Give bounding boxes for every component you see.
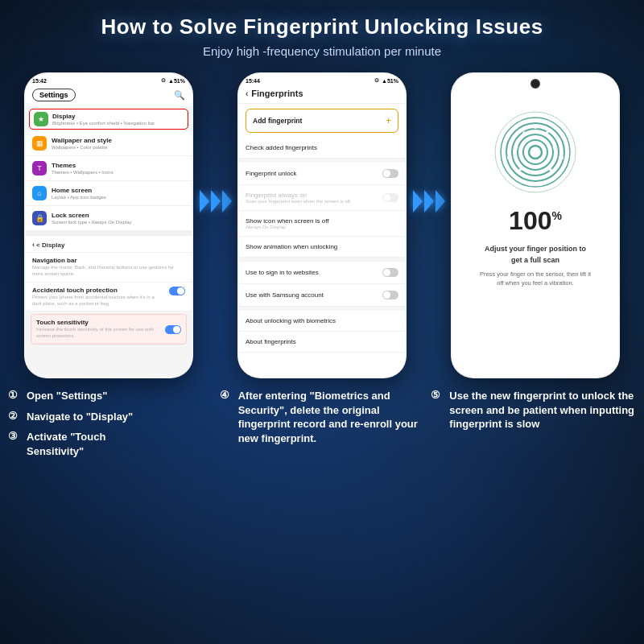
phone2-mockup: 15:44 ⊙ ▲51% ‹ Fingerprints Add fingerpr… xyxy=(237,72,407,378)
p2-fp-always-label: Fingerprint always on xyxy=(246,192,350,199)
p1-lock-item: 🔒 Lock screen Screen lock type • Always … xyxy=(26,206,192,231)
p3-status-bar xyxy=(452,74,618,92)
step5: ⑤ Use the new fingerprint to unlock the … xyxy=(431,389,636,431)
arrow2-container xyxy=(407,190,451,261)
p3-fp-container: 100% Adjust your finger position toget a… xyxy=(452,92,618,295)
p1-home-icon: ⌂ xyxy=(32,186,47,200)
p1-display-section: ‹ < Display xyxy=(26,236,192,253)
p1-wallpaper-text: Wallpaper and style Wallpapers • Color p… xyxy=(52,137,185,150)
steps-col3: ⑤ Use the new fingerprint to unlock the … xyxy=(431,389,636,464)
p1-home-text: Home screen Layout • App icon badges xyxy=(52,187,185,200)
p2-samsung-toggle[interactable] xyxy=(382,291,398,299)
step3-number: ③ xyxy=(8,430,23,444)
steps-col2: ④ After entering "Biometrics and Securit… xyxy=(220,389,425,464)
svg-line-10 xyxy=(553,147,555,148)
p3-sub-instruction: Press your finger on the sensor, then li… xyxy=(480,270,591,287)
phone1-screen: 15:42 ⊙ ▲51% Settings 🔍 ★ Di xyxy=(26,74,192,377)
p2-about-fp-item: About fingerprints xyxy=(239,332,405,353)
p1-display-header-text: < Display xyxy=(36,242,64,249)
p1-accidental-item: Accidental touch protection Protect your… xyxy=(26,283,192,312)
p1-search-icon: 🔍 xyxy=(174,90,185,101)
arrow1-chevron3 xyxy=(222,190,232,213)
svg-point-4 xyxy=(512,129,559,175)
header: How to Solve Fingerprint Unlocking Issue… xyxy=(0,0,644,64)
p2-add-btn[interactable]: Add fingerprint + xyxy=(246,109,398,133)
p1-title-bar: Settings 🔍 xyxy=(26,85,192,106)
p2-animation-label: Show animation when unlocking xyxy=(246,243,337,250)
svg-line-11 xyxy=(515,147,518,148)
p1-signal: ▲51% xyxy=(168,78,185,84)
svg-line-9 xyxy=(523,132,526,135)
p1-lock-text: Lock screen Screen lock type • Always On… xyxy=(52,212,185,225)
p2-fp-always-toggle xyxy=(382,193,398,202)
p2-title-bar: ‹ Fingerprints xyxy=(239,85,405,104)
p2-fp-always-sub: Scan your fingerprint even when the scre… xyxy=(246,199,350,204)
step5-text: Use the new fingerprint to unlock the sc… xyxy=(449,389,636,431)
p1-camera-icon: ⊙ xyxy=(161,77,166,84)
p2-fp-unlock-toggle[interactable] xyxy=(382,169,398,178)
arrow2-chevron1 xyxy=(413,190,423,213)
p2-page-title: Fingerprints xyxy=(251,89,303,98)
arrow1-triple xyxy=(200,190,232,213)
p2-signin-toggle[interactable] xyxy=(382,268,398,277)
step1: ① Open "Settings" xyxy=(8,389,213,403)
p2-signin-item: Use to sign in to websites xyxy=(239,262,405,284)
p2-fp-always-row: Fingerprint always on Scan your fingerpr… xyxy=(246,192,398,204)
svg-point-5 xyxy=(506,123,564,181)
step1-number: ① xyxy=(8,389,23,402)
p1-nav-bar-item: Navigation bar Manage the Home, Back, an… xyxy=(26,253,192,283)
p2-show-icon-sub: Always On Display xyxy=(246,225,398,229)
step1-text: Open "Settings" xyxy=(27,389,107,403)
svg-point-1 xyxy=(529,146,542,159)
arrow2-chevron2 xyxy=(424,190,434,213)
p1-home-item: ⌂ Home screen Layout • App icon badges xyxy=(26,181,192,206)
step2: ② Navigate to "Display" xyxy=(8,410,213,424)
arrow2-chevron3 xyxy=(436,190,445,213)
p3-instruction: Adjust your finger position toget a full… xyxy=(485,244,586,266)
p2-animation-item: Show animation when unlocking xyxy=(239,237,405,258)
p1-settings-badge: Settings xyxy=(32,89,76,101)
step4-text: After entering "Biometrics and Security"… xyxy=(238,389,425,445)
p1-themes-text: Themes Themes • Wallpapers • Icons xyxy=(52,162,185,175)
step5-number: ⑤ xyxy=(431,389,445,402)
step4-number: ④ xyxy=(220,389,234,402)
p2-about-bio-item: About unlocking with biometrics xyxy=(239,311,405,332)
main-title: How to Solve Fingerprint Unlocking Issue… xyxy=(16,14,628,39)
p3-camera xyxy=(530,79,540,89)
p1-display-item: ★ Display Brightness • Eye comfort shiel… xyxy=(29,109,188,130)
page-wrapper: How to Solve Fingerprint Unlocking Issue… xyxy=(0,0,644,644)
step2-text: Navigate to "Display" xyxy=(27,410,133,424)
phone1-mockup: 15:42 ⊙ ▲51% Settings 🔍 ★ Di xyxy=(24,72,193,378)
p2-about-bio-label: About unlocking with biometrics xyxy=(246,317,336,324)
phone3-mockup: 100% Adjust your finger position toget a… xyxy=(451,72,620,378)
step2-number: ② xyxy=(8,410,23,423)
phones-section: 15:42 ⊙ ▲51% Settings 🔍 ★ Di xyxy=(0,64,644,382)
arrow1-chevron1 xyxy=(200,190,209,213)
touch-toggle[interactable] xyxy=(165,325,181,334)
steps-col1: ① Open "Settings" ② Navigate to "Display… xyxy=(8,389,213,464)
p3-percent-symbol: % xyxy=(551,210,561,223)
p2-add-plus: + xyxy=(386,115,391,126)
svg-line-15 xyxy=(519,167,522,171)
steps-section: ① Open "Settings" ② Navigate to "Display… xyxy=(0,382,644,473)
accidental-toggle[interactable] xyxy=(169,287,185,295)
p2-camera-icon: ⊙ xyxy=(374,77,379,84)
p2-fp-unlock-row: Fingerprint unlock xyxy=(246,169,398,178)
p2-back-icon: ‹ xyxy=(246,89,248,98)
p1-touch-item: Touch sensitivity Increase the touch sen… xyxy=(31,314,187,345)
p1-wallpaper-item: ▦ Wallpaper and style Wallpapers • Color… xyxy=(26,131,192,156)
p2-samsung-label: Use with Samsung account xyxy=(246,291,324,299)
p2-signin-label: Use to sign in to websites xyxy=(246,269,319,276)
p1-wallpaper-icon: ▦ xyxy=(32,136,47,151)
p1-display-text: Display Brightness • Eye comfort shield … xyxy=(52,113,184,126)
arrow1-chevron2 xyxy=(211,190,221,213)
p1-display-icon: ★ xyxy=(34,112,48,126)
p2-fp-always-item: Fingerprint always on Scan your fingerpr… xyxy=(239,185,405,211)
step3: ③ Activate "TouchSensitivity" xyxy=(8,430,213,458)
p2-samsung-row: Use with Samsung account xyxy=(246,291,398,299)
step3-text: Activate "TouchSensitivity" xyxy=(27,430,105,458)
p2-time: 15:44 xyxy=(246,78,260,84)
p2-add-label: Add fingerprint xyxy=(253,117,302,125)
sub-title: Enjoy high -frequency stimulation per mi… xyxy=(16,44,628,58)
step4: ④ After entering "Biometrics and Securit… xyxy=(220,389,425,445)
